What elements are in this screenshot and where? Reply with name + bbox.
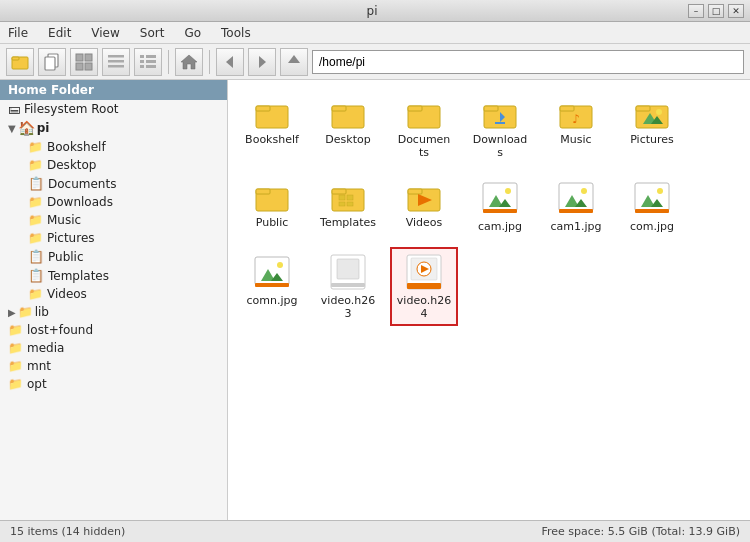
svg-rect-7 bbox=[85, 63, 92, 70]
view-detail-button[interactable] bbox=[102, 48, 130, 76]
lib-icon: 📁 bbox=[18, 305, 33, 319]
file-downloads[interactable]: Downloads bbox=[466, 90, 534, 165]
menu-go[interactable]: Go bbox=[180, 24, 205, 42]
svg-rect-44 bbox=[347, 195, 353, 200]
comn-jpg-icon bbox=[253, 253, 291, 294]
menu-file[interactable]: File bbox=[4, 24, 32, 42]
svg-rect-4 bbox=[76, 54, 83, 61]
sidebar-item-downloads[interactable]: 📁 Downloads bbox=[20, 193, 227, 211]
maximize-button[interactable]: □ bbox=[708, 4, 724, 18]
copy-button[interactable] bbox=[38, 48, 66, 76]
sidebar-item-documents[interactable]: 📋 Documents bbox=[20, 174, 227, 193]
close-button[interactable]: ✕ bbox=[728, 4, 744, 18]
svg-rect-6 bbox=[76, 63, 83, 70]
svg-rect-40 bbox=[256, 189, 270, 194]
svg-rect-28 bbox=[484, 106, 498, 111]
back-button[interactable] bbox=[216, 48, 244, 76]
bookshelf-label: Bookshelf bbox=[245, 133, 299, 146]
public-file-icon bbox=[253, 179, 291, 216]
svg-marker-19 bbox=[259, 56, 266, 68]
svg-rect-35 bbox=[636, 106, 650, 111]
menu-edit[interactable]: Edit bbox=[44, 24, 75, 42]
file-public[interactable]: Public bbox=[238, 173, 306, 239]
svg-rect-32 bbox=[560, 106, 574, 111]
sidebar-pi-children: 📁 Bookshelf 📁 Desktop 📋 Documents 📁 Down… bbox=[0, 138, 227, 303]
file-video-h263[interactable]: video.h263 bbox=[314, 247, 382, 326]
documents-file-icon bbox=[405, 96, 443, 133]
file-desktop[interactable]: Desktop bbox=[314, 90, 382, 165]
file-area[interactable]: Bookshelf Desktop Documents bbox=[228, 80, 750, 520]
svg-rect-74 bbox=[407, 283, 441, 289]
sidebar-item-music[interactable]: 📁 Music bbox=[20, 211, 227, 229]
svg-rect-11 bbox=[140, 55, 144, 58]
sidebar-item-filesystem[interactable]: 🖴 Filesystem Root bbox=[0, 100, 227, 118]
music-icon: 📁 bbox=[28, 213, 43, 227]
forward-button[interactable] bbox=[248, 48, 276, 76]
sidebar-item-videos[interactable]: 📁 Videos bbox=[20, 285, 227, 303]
file-templates[interactable]: Templates bbox=[314, 173, 382, 239]
sidebar-item-pi[interactable]: ▼ 🏠 pi bbox=[0, 118, 227, 138]
sidebar-pi-label: pi bbox=[37, 121, 50, 135]
svg-point-69 bbox=[277, 262, 283, 268]
svg-rect-56 bbox=[559, 209, 593, 213]
cam-jpg-label: cam.jpg bbox=[478, 220, 522, 233]
svg-rect-66 bbox=[255, 283, 289, 287]
file-com-jpg[interactable]: com.jpg bbox=[618, 173, 686, 239]
sidebar-item-bookshelf[interactable]: 📁 Bookshelf bbox=[20, 138, 227, 156]
sidebar-item-templates[interactable]: 📋 Templates bbox=[20, 266, 227, 285]
svg-rect-13 bbox=[140, 60, 144, 63]
public-label: Public bbox=[256, 216, 289, 229]
svg-rect-48 bbox=[408, 189, 422, 194]
sidebar-item-pictures[interactable]: 📁 Pictures bbox=[20, 229, 227, 247]
menu-tools[interactable]: Tools bbox=[217, 24, 255, 42]
media-icon: 📁 bbox=[8, 341, 23, 355]
home-button[interactable] bbox=[175, 48, 203, 76]
file-cam1-jpg[interactable]: cam1.jpg bbox=[542, 173, 610, 239]
address-bar[interactable]: /home/pi bbox=[312, 50, 744, 74]
minimize-button[interactable]: – bbox=[688, 4, 704, 18]
sidebar-item-mnt[interactable]: 📁 mnt bbox=[0, 357, 227, 375]
menu-view[interactable]: View bbox=[87, 24, 123, 42]
svg-rect-14 bbox=[146, 60, 156, 63]
pictures-file-icon bbox=[633, 96, 671, 133]
sidebar-item-opt[interactable]: 📁 opt bbox=[0, 375, 227, 393]
menu-sort[interactable]: Sort bbox=[136, 24, 169, 42]
sidebar-item-lib[interactable]: ▶ 📁 lib bbox=[0, 303, 227, 321]
cam1-jpg-label: cam1.jpg bbox=[550, 220, 601, 233]
sidebar: Home Folder 🖴 Filesystem Root ▼ 🏠 pi 📁 B… bbox=[0, 80, 228, 520]
bookshelf-icon: 📁 bbox=[28, 140, 43, 154]
file-music[interactable]: ♪ Music bbox=[542, 90, 610, 165]
address-input[interactable]: /home/pi bbox=[319, 55, 737, 69]
comn-jpg-label: comn.jpg bbox=[247, 294, 298, 307]
sidebar-item-lostfound[interactable]: 📁 lost+found bbox=[0, 321, 227, 339]
menu-bar: File Edit View Sort Go Tools bbox=[0, 22, 750, 44]
file-comn-jpg[interactable]: comn.jpg bbox=[238, 247, 306, 326]
view-compact-button[interactable] bbox=[134, 48, 162, 76]
sidebar-item-media[interactable]: 📁 media bbox=[0, 339, 227, 357]
status-bar: 15 items (14 hidden) Free space: 5.5 GiB… bbox=[0, 520, 750, 542]
com-jpg-icon bbox=[633, 179, 671, 220]
status-freespace: Free space: 5.5 GiB (Total: 13.9 GiB) bbox=[541, 525, 740, 538]
svg-rect-22 bbox=[256, 106, 270, 111]
public-icon: 📋 bbox=[28, 249, 44, 264]
view-icon-button[interactable] bbox=[70, 48, 98, 76]
music-file-icon: ♪ bbox=[557, 96, 595, 133]
svg-rect-43 bbox=[339, 195, 345, 200]
new-folder-button[interactable] bbox=[6, 48, 34, 76]
opt-icon: 📁 bbox=[8, 377, 23, 391]
file-pictures[interactable]: Pictures bbox=[618, 90, 686, 165]
file-video-h264[interactable]: video.h264 bbox=[390, 247, 458, 326]
file-videos[interactable]: Videos bbox=[390, 173, 458, 239]
title-bar: pi – □ ✕ bbox=[0, 0, 750, 22]
sidebar-item-desktop[interactable]: 📁 Desktop bbox=[20, 156, 227, 174]
toolbar-separator-1 bbox=[168, 50, 169, 74]
pi-home-icon: 🏠 bbox=[18, 120, 35, 136]
sidebar-item-public[interactable]: 📋 Public bbox=[20, 247, 227, 266]
mnt-icon: 📁 bbox=[8, 359, 23, 373]
up-button[interactable] bbox=[280, 48, 308, 76]
svg-rect-45 bbox=[339, 202, 345, 206]
file-cam-jpg[interactable]: cam.jpg bbox=[466, 173, 534, 239]
file-bookshelf[interactable]: Bookshelf bbox=[238, 90, 306, 165]
desktop-label: Desktop bbox=[325, 133, 370, 146]
file-documents[interactable]: Documents bbox=[390, 90, 458, 165]
